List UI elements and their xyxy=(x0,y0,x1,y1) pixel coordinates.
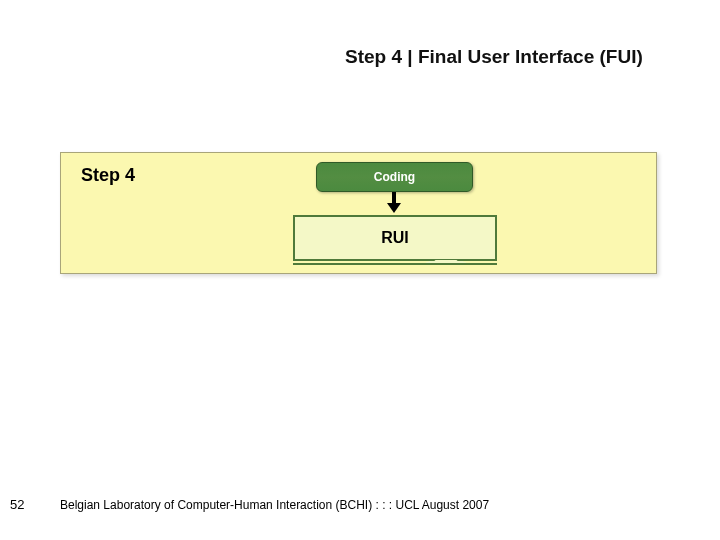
slide-title: Step 4 | Final User Interface (FUI) xyxy=(345,46,643,68)
coding-box: Coding xyxy=(316,162,473,192)
step-label: Step 4 xyxy=(81,165,135,186)
footer-line: Belgian Laboratory of Computer-Human Int… xyxy=(60,498,489,512)
arrow-down-icon xyxy=(387,192,401,214)
diagram-panel: Step 4 Coding RUI xyxy=(60,152,657,274)
result-box: RUI xyxy=(293,215,497,261)
result-label: RUI xyxy=(295,217,495,259)
page-number: 52 xyxy=(10,497,24,512)
